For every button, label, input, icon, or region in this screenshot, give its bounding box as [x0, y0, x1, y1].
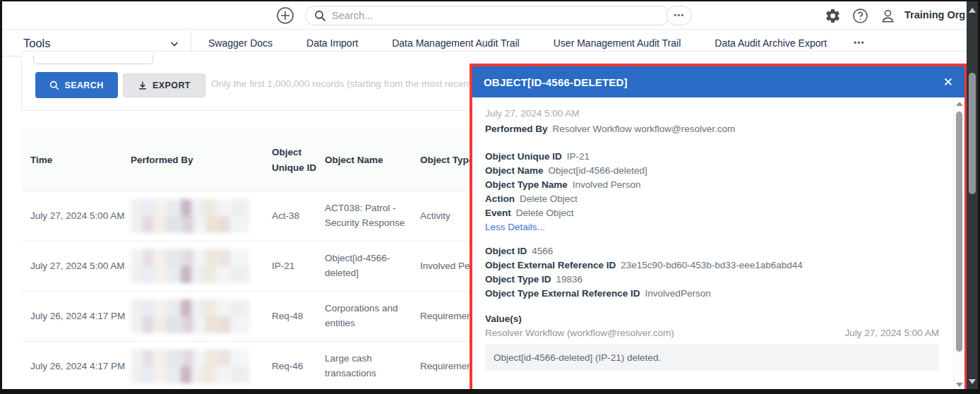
- field-label: Object Type Name: [485, 179, 568, 190]
- create-button[interactable]: [276, 6, 294, 25]
- main-content: SEARCH EXPORT Only the first 1,000,000 r…: [2, 56, 967, 389]
- column-header-time: Time: [21, 153, 131, 168]
- cell-time: July 27, 2024 5:00 AM: [21, 259, 131, 274]
- cell-performed-by: [131, 199, 272, 233]
- panel-scrollbar[interactable]: [953, 97, 964, 389]
- cell-performed-by: [131, 249, 272, 283]
- user-icon[interactable]: [880, 8, 896, 24]
- column-header-object-name: Object Name: [325, 153, 420, 168]
- records-limit-note: Only the first 1,000,000 records (starti…: [211, 78, 504, 89]
- app-window: ••• Training Org Tools: [2, 1, 967, 389]
- search-icon: [49, 80, 59, 90]
- panel-scrollbar-thumb[interactable]: [956, 112, 962, 352]
- search-input[interactable]: [332, 10, 628, 21]
- scroll-up-arrow-icon[interactable]: [956, 102, 963, 106]
- help-icon[interactable]: [852, 8, 868, 24]
- panel-header: OBJECT[ID-4566-DELETED] ✕: [472, 66, 964, 97]
- panel-body: July 27, 2024 5:00 AM Performed ByResolv…: [472, 97, 953, 389]
- cell-time: July 26, 2024 4:17 PM: [21, 309, 131, 324]
- cell-unique-id: Req-48: [272, 309, 325, 324]
- field-value: Delete Object: [516, 208, 574, 218]
- settings-gear-icon[interactable]: [825, 8, 841, 24]
- field-value: InvolvedPerson: [645, 288, 711, 299]
- close-icon[interactable]: ✕: [943, 76, 953, 88]
- field-label: Object Unique ID: [485, 151, 562, 162]
- cell-object-name: Large cash transactions: [325, 352, 420, 381]
- redacted-user-blur: [131, 249, 249, 283]
- scroll-up-arrow-icon[interactable]: [969, 8, 976, 13]
- filter-dropdown-partial[interactable]: [33, 55, 153, 64]
- cell-object-name: Object[id-4566-deleted]: [325, 251, 420, 281]
- column-header-performed-by: Performed By: [131, 153, 272, 168]
- redacted-user-blur: [131, 350, 249, 383]
- event-timestamp: July 27, 2024 5:00 AM: [485, 107, 953, 121]
- org-name-label[interactable]: Training Org: [904, 9, 965, 20]
- redacted-user-blur: [131, 199, 249, 233]
- field-label: Object Type ID: [485, 274, 551, 285]
- redacted-user-blur: [131, 299, 249, 333]
- field-value: IP-21: [567, 151, 590, 162]
- field-label: Object Name: [485, 165, 544, 176]
- field-label: Performed By: [485, 124, 548, 134]
- plus-circle-icon: [276, 6, 294, 25]
- values-timestamp: July 27, 2024 5:00 AM: [844, 326, 939, 340]
- values-actor: Resolver Workflow (workflow@resolver.com…: [485, 326, 674, 340]
- tools-label: Tools: [23, 37, 51, 50]
- global-search: [305, 6, 670, 25]
- download-icon: [138, 80, 148, 90]
- field-label: Action: [485, 193, 515, 204]
- search-options-button[interactable]: •••: [667, 6, 692, 25]
- cell-time: July 26, 2024 4:17 PM: [21, 359, 131, 374]
- search-button[interactable]: SEARCH: [35, 72, 118, 98]
- cell-unique-id: Req-46: [272, 359, 325, 374]
- search-icon: [314, 10, 326, 22]
- cell-unique-id: IP-21: [272, 259, 325, 274]
- cell-unique-id: Act-38: [272, 209, 325, 224]
- chevron-down-icon: [169, 39, 179, 49]
- scroll-down-arrow-icon[interactable]: [956, 383, 963, 387]
- field-value: Involved Person: [573, 179, 641, 190]
- values-heading: Value(s): [485, 312, 953, 326]
- scroll-down-arrow-icon[interactable]: [969, 379, 976, 384]
- cell-performed-by: [131, 350, 272, 383]
- field-label: Object Type External Reference ID: [485, 288, 640, 299]
- field-value: 19836: [556, 274, 583, 285]
- field-value: Resolver Workflow workflow@resolver.com: [553, 124, 736, 134]
- less-details-link[interactable]: Less Details...: [485, 220, 953, 234]
- export-button-label: EXPORT: [153, 80, 191, 90]
- column-header-object-unique-id: Object Unique ID: [272, 145, 325, 175]
- page-scrollbar-thumb[interactable]: [969, 73, 976, 194]
- page-scrollbar[interactable]: [967, 1, 978, 389]
- field-label: Object External Reference ID: [485, 260, 616, 270]
- field-label: Event: [485, 208, 511, 218]
- cell-performed-by: [131, 299, 272, 333]
- field-value: 23e15c90-bd60-453b-bd33-eee1ab6abd44: [621, 260, 802, 270]
- field-value: Delete Object: [520, 193, 578, 204]
- field-value: Object[id-4566-deleted]: [549, 165, 647, 176]
- field-value: 4566: [532, 246, 553, 256]
- export-button[interactable]: EXPORT: [123, 73, 205, 97]
- cell-object-name: Corporations and entities: [325, 302, 420, 331]
- top-bar: ••• Training Org: [2, 1, 967, 30]
- values-message: Object[id-4566-deleted] (IP-21) deleted.: [485, 345, 939, 371]
- panel-title: OBJECT[ID-4566-DELETED]: [484, 76, 943, 88]
- cell-time: July 27, 2024 5:00 AM: [21, 209, 131, 224]
- search-button-label: SEARCH: [64, 80, 103, 90]
- cell-object-name: ACT038: Patrol - Security Response: [325, 201, 420, 231]
- audit-detail-panel: OBJECT[ID-4566-DELETED] ✕ July 27, 2024 …: [470, 64, 967, 389]
- field-label: Object ID: [485, 246, 527, 256]
